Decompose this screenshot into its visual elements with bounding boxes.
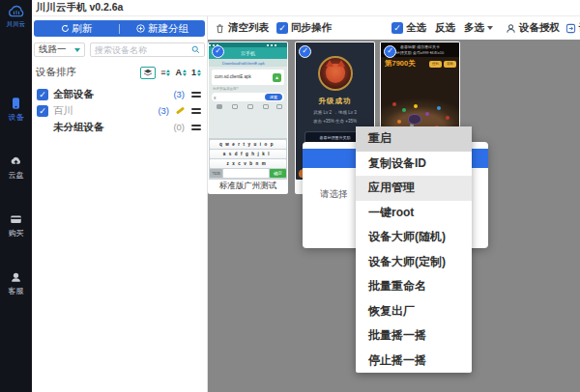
keyboard-confirm-key: 确定 [270,169,286,178]
device-transfer-button[interactable]: 设备转移 [566,21,580,35]
tree-row-ungrouped[interactable]: 未分组设备 (0) [32,119,207,135]
clear-list-button[interactable]: 清空列表 [215,21,269,35]
drag-handle-icon[interactable] [191,106,201,116]
sidebar-item-cloud-disk[interactable]: 云盘 [0,154,32,181]
keyboard-row: zxcvbnm [210,159,286,168]
person-icon [506,23,516,34]
level-label: 第7900关 [385,59,416,69]
sidebar-item-label: 设备 [9,112,24,123]
sync-ops-toggle[interactable]: ✓ 同步操作 [276,21,332,35]
tree-row-all-devices[interactable]: ✓ 全部设备 (3) [32,86,207,102]
fox-icon [326,64,345,83]
phone-icon [9,97,23,110]
menu-item-factory-reset[interactable]: 恢复出厂 [356,299,472,324]
checkbox-checked[interactable]: ✓ [37,105,48,117]
menu-item-restart[interactable]: 重启 [356,126,472,152]
device-caption: 标准版广州测试 [209,180,287,193]
support-icon [9,270,23,284]
stat-line: 武将 Lv 2 → 统领 Lv 3 [296,110,374,115]
game-buttons: 挂机 攻略 [429,61,456,68]
upgrade-title: 升级成功 [296,97,374,106]
device-authorize-button[interactable]: 设备授权 [506,21,560,35]
search-input[interactable] [95,45,191,55]
apk-card: com.sd.clientE apk ▲ [212,70,284,85]
stack-icon [143,69,153,76]
sidebar-item-devices[interactable]: 设备 [0,97,32,123]
menu-item-device-master-random[interactable]: 设备大师(随机) [356,225,472,250]
select-all-toggle[interactable]: ✓ 全选 [392,21,426,35]
drag-handle-icon[interactable] [191,90,201,99]
apk-file-name: com.sd.clientE apk [215,74,251,80]
app-window: 川川云 设备 云盘 购买 客服 川川云手机 v0.2.6a 刷新 [0,0,580,392]
sort-by-list-icon[interactable]: ≡ [160,69,170,77]
sort-by-name-icon[interactable]: A [175,69,187,77]
mini-blue-button: 搜索 [265,94,282,100]
multi-select-dropdown[interactable]: 多选 [464,21,493,35]
new-group-label: 新建分组 [148,22,188,36]
invert-select-label: 反选 [435,21,455,35]
transfer-box-icon [566,23,576,34]
refresh-icon [61,24,70,33]
selected-check-badge[interactable]: ✓ [212,45,224,58]
view-mode-icon[interactable] [140,67,156,79]
drag-handle-icon[interactable] [191,123,201,132]
cloud-upload-icon [9,154,23,168]
game-emblem [318,56,353,91]
selected-check-badge[interactable]: ✓ [384,45,396,58]
new-group-button[interactable]: 新建分组 [120,20,205,37]
checkbox-checked[interactable]: ✓ [37,89,48,100]
sort-arrows-icon [183,70,187,76]
line-select-value: 线路一 [39,43,67,56]
sort-by-number-icon[interactable]: 1 [191,69,201,77]
trash-icon [215,23,225,34]
logo-text: 川川云 [7,20,26,29]
edit-pencil-icon[interactable] [176,107,185,115]
file-path-row: Download/sd/clientE.apk [209,59,287,67]
menu-item-batch-rename[interactable]: 批量重命名 [356,274,472,299]
filter-row: 线路一 [34,42,205,57]
menu-item-one-key-root[interactable]: 一键root [356,201,472,226]
device-screen[interactable]: ✓ 云手机 Download/sd/clientE.apk com.sd.cli… [209,42,287,180]
cloud-logo-icon [7,5,26,19]
checkbox-checked[interactable]: ✓ [276,22,288,34]
device-card-1[interactable]: ✓ 云手机 Download/sd/clientE.apk com.sd.cli… [208,42,288,194]
checkbox-checked[interactable]: ✓ [392,22,403,34]
device-group-tree: ✓ 全部设备 (3) ✓ 百川 (3) 未分组设备 (0) [32,86,207,135]
chevron-down-icon [74,48,80,52]
invert-select-button[interactable]: 反选 [435,21,455,35]
menu-item-copy-device-id[interactable]: 复制设备ID [356,152,472,177]
panel-button-bar: 刷新 新建分组 [34,20,205,37]
game-pill-button: 攻略 [444,61,456,68]
group-count: (3) [173,89,185,99]
device-authorize-label: 设备授权 [519,21,560,35]
tree-row-baichuan[interactable]: ✓ 百川 (3) [32,102,207,119]
menu-item-stop-shake[interactable]: 停止摇一摇 [356,349,472,374]
sidebar-item-label: 客服 [9,286,24,296]
multi-select-label: 多选 [464,21,484,35]
refresh-button[interactable]: 刷新 [34,20,119,37]
menu-item-batch-shake[interactable]: 批量摇一摇 [356,323,472,349]
sort-row: 设备排序 ≡ A 1 [36,66,201,79]
device-panel: 刷新 新建分组 线路一 设备排序 [32,16,208,392]
sidebar: 川川云 设备 云盘 购买 客服 [0,0,32,392]
input-row: x 搜索 [212,93,284,101]
line-select[interactable]: 线路一 [34,42,85,57]
sidebar-item-label: 云盘 [9,170,24,181]
chevron-down-icon [487,26,493,30]
keyboard-alt-key: ?123 [210,169,222,178]
suggestion-icons-row [217,103,287,111]
virtual-keyboard: qwertyuiop asdfghjkl zxcvbnm ?123 确定 [209,138,287,180]
group-label: 全部设备 [53,88,94,101]
sidebar-item-support[interactable]: 客服 [0,270,32,296]
selected-check-badge[interactable]: ✓ [299,45,311,58]
menu-item-app-manage[interactable]: 应用管理 [356,176,472,201]
titlebar: 川川云手机 v0.2.6a [32,0,580,16]
boss-sprite [408,114,421,125]
sidebar-item-label: 购买 [9,228,24,238]
search-icon[interactable] [191,45,200,54]
sidebar-item-purchase[interactable]: 购买 [0,212,32,238]
app-logo: 川川云 [0,0,32,29]
clear-list-label: 清空列表 [228,21,269,35]
plus-circle-icon [136,24,145,33]
menu-item-device-master-custom[interactable]: 设备大师(定制) [356,250,472,275]
